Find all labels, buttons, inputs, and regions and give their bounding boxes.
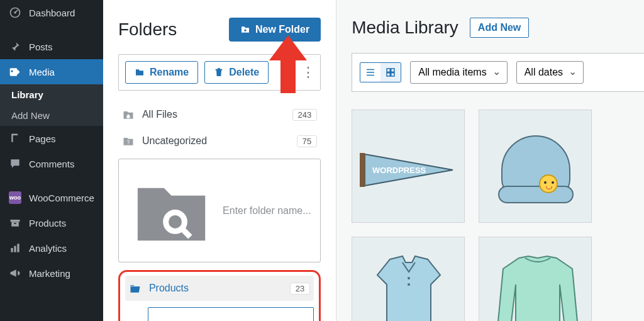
trash-icon (214, 67, 224, 77)
sidebar-sub-addnew[interactable]: Add New (0, 105, 103, 126)
highlighted-region: Products 23 New Folder Cancel Save (118, 270, 321, 321)
woo-icon: woo (9, 191, 21, 204)
home-folder-icon (122, 108, 135, 121)
grid-icon (385, 67, 396, 78)
svg-rect-5 (11, 222, 19, 227)
svg-rect-6 (14, 223, 16, 224)
svg-rect-8 (14, 246, 16, 252)
sidebar-label: Comments (29, 159, 75, 169)
sidebar-item-pages[interactable]: Pages (0, 126, 103, 151)
svg-rect-7 (11, 248, 13, 252)
svg-point-21 (408, 283, 410, 286)
comment-icon (9, 157, 21, 170)
media-thumbnail[interactable] (479, 237, 592, 321)
sidebar-item-analytics[interactable]: Analytics (0, 235, 103, 261)
svg-rect-14 (391, 69, 394, 72)
sidebar-item-woocommerce[interactable]: woo WooCommerce (0, 185, 103, 210)
view-toggle (360, 62, 401, 82)
folder-search[interactable] (118, 159, 321, 262)
svg-marker-10 (269, 35, 307, 93)
media-library-panel: Media Library Add New All media items Al… (336, 0, 644, 321)
add-new-button[interactable]: Add New (470, 18, 529, 38)
sidebar-item-posts[interactable]: Posts (0, 34, 103, 59)
svg-text:?: ? (127, 139, 130, 145)
sidebar-label: Media (29, 67, 55, 77)
folder-icon (155, 313, 261, 321)
svg-point-20 (408, 277, 410, 279)
svg-rect-18 (360, 153, 365, 187)
folder-search-input[interactable] (223, 205, 313, 217)
svg-rect-16 (391, 73, 394, 76)
dashboard-icon (9, 6, 21, 19)
sidebar-label: Pages (29, 133, 56, 144)
media-icon (9, 65, 21, 78)
grid-view-button[interactable] (380, 63, 401, 82)
folder-plus-icon (240, 25, 250, 35)
folders-panel: Folders New Folder Rename Delete ⋮ All F… (103, 0, 336, 321)
media-type-filter[interactable]: All media items (410, 61, 507, 84)
svg-rect-4 (11, 220, 20, 222)
sidebar-label: Analytics (29, 243, 67, 254)
media-thumbnail-partial (606, 110, 618, 223)
sidebar-item-marketing[interactable]: Marketing (0, 261, 103, 286)
folder-uncategorized[interactable]: ? Uncategorized 75 (118, 128, 321, 154)
svg-rect-3 (13, 135, 18, 144)
sidebar-item-dashboard[interactable]: Dashboard (0, 0, 103, 25)
folder-question-icon: ? (122, 135, 135, 147)
pin-icon (9, 40, 21, 53)
media-thumbnail[interactable]: WORDPRESS (352, 110, 465, 223)
media-thumbnail[interactable] (352, 237, 465, 321)
sidebar-item-comments[interactable]: Comments (0, 151, 103, 176)
media-thumbnail[interactable] (479, 110, 592, 223)
media-grid: WORDPRESS (352, 110, 644, 321)
sidebar-label: Posts (29, 42, 53, 52)
sidebar-item-media[interactable]: Media (0, 59, 103, 84)
megaphone-icon (9, 267, 21, 279)
sidebar-item-products[interactable]: Products (0, 210, 103, 235)
folder-open-icon (129, 282, 142, 295)
new-folder-name-input[interactable]: New Folder (148, 307, 314, 321)
sidebar-sub-library[interactable]: Library (0, 84, 103, 105)
sidebar-label: Marketing (29, 268, 70, 279)
sidebar-label: Products (29, 218, 66, 228)
folder-all-files[interactable]: All Files 243 (118, 102, 321, 127)
sidebar-label: Dashboard (29, 8, 75, 18)
folder-products[interactable]: Products 23 (125, 276, 314, 301)
media-filter-bar: All media items All dates (352, 53, 644, 92)
delete-button[interactable]: Delete (204, 61, 269, 84)
svg-text:WORDPRESS: WORDPRESS (372, 166, 426, 175)
annotation-arrow (269, 35, 308, 93)
sidebar-label: WooCommerce (29, 193, 94, 203)
svg-rect-13 (387, 69, 390, 72)
media-date-filter[interactable]: All dates (516, 61, 584, 84)
svg-point-1 (14, 11, 16, 13)
page-icon (9, 132, 21, 145)
media-title: Media Library (352, 18, 458, 38)
archive-icon (9, 217, 21, 229)
list-view-button[interactable] (360, 63, 380, 82)
folders-title: Folders (118, 20, 177, 40)
search-folder-icon (126, 166, 216, 256)
list-icon (365, 67, 376, 78)
bar-chart-icon (9, 242, 21, 254)
wp-admin-sidebar: Dashboard Posts Media Library Add New Pa… (0, 0, 103, 321)
svg-rect-15 (387, 73, 390, 76)
svg-rect-9 (17, 244, 19, 252)
rename-button[interactable]: Rename (125, 61, 198, 84)
folder-icon (135, 67, 145, 77)
